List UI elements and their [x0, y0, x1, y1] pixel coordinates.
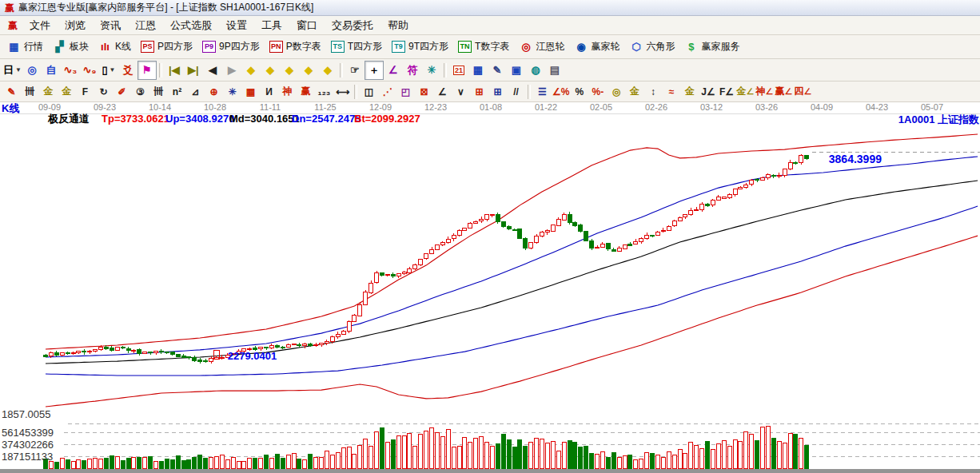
volume-bar[interactable] [540, 439, 544, 468]
volume-bar[interactable] [320, 458, 324, 468]
candle[interactable] [99, 348, 103, 350]
candle[interactable] [435, 245, 439, 249]
volume-bar[interactable] [584, 446, 588, 468]
volume-bar[interactable] [88, 459, 92, 468]
volume-bar[interactable] [761, 427, 765, 468]
price-levels-icon[interactable]: ☰ [533, 83, 552, 101]
candle[interactable] [104, 348, 108, 348]
candle[interactable] [314, 344, 318, 345]
volume-bar[interactable] [683, 454, 687, 468]
candle[interactable] [424, 254, 428, 259]
ruler-123-icon[interactable]: ₁₂₃ [315, 83, 333, 101]
gauge-3-icon[interactable]: ③ [131, 83, 149, 101]
candle[interactable] [480, 219, 484, 221]
volume-bar[interactable] [496, 444, 500, 468]
volume-bar[interactable] [347, 447, 351, 468]
volume-bar[interactable] [214, 456, 218, 468]
candle[interactable] [66, 353, 70, 354]
updown-pen-icon[interactable]: ↕ [643, 83, 662, 101]
circle-cross-icon[interactable]: ⊕ [205, 83, 223, 101]
candle[interactable] [369, 283, 373, 292]
volume-bar[interactable] [82, 461, 86, 468]
volume-bar[interactable] [573, 443, 577, 468]
candle[interactable] [440, 243, 444, 245]
volume-bar[interactable] [634, 460, 638, 468]
candle[interactable] [606, 244, 610, 249]
fan-lines-icon[interactable]: ⋰ [378, 83, 396, 101]
candle[interactable] [490, 214, 494, 215]
volume-bar[interactable] [309, 454, 313, 468]
candle[interactable] [540, 233, 544, 236]
candle[interactable] [683, 215, 687, 217]
gold-angle-icon[interactable]: 金∠ [735, 83, 755, 101]
chart-style-icon[interactable]: ⚑ [137, 61, 157, 80]
volume-bar[interactable] [799, 439, 803, 468]
volume-bar[interactable] [358, 445, 362, 468]
candle[interactable] [584, 231, 588, 240]
candle[interactable] [402, 272, 406, 274]
volume-bar[interactable] [225, 460, 229, 468]
volume-bar[interactable] [590, 454, 594, 468]
candle[interactable] [204, 361, 208, 362]
slant-lines-icon[interactable]: // [507, 83, 525, 101]
volume-bar[interactable] [396, 436, 400, 468]
candle[interactable] [545, 231, 549, 233]
candle[interactable] [457, 230, 461, 235]
candle[interactable] [568, 215, 572, 223]
volume-bar[interactable] [623, 456, 627, 468]
candle[interactable] [799, 156, 803, 163]
export-icon[interactable]: ◍ [526, 61, 545, 80]
candle[interactable] [667, 226, 671, 230]
candle[interactable] [739, 188, 743, 189]
volume-bar[interactable] [265, 455, 269, 468]
candle[interactable] [187, 356, 191, 357]
volume-bar[interactable] [303, 459, 307, 468]
volume-bar[interactable] [695, 446, 699, 468]
ma9-icon[interactable]: ∿₉ [80, 61, 99, 80]
f-angle-icon[interactable]: F∠ [717, 83, 735, 101]
volume-bar[interactable] [529, 442, 533, 468]
candle[interactable] [358, 304, 362, 316]
volume-bar[interactable] [512, 447, 516, 468]
candle[interactable] [385, 275, 389, 276]
candle[interactable] [325, 342, 329, 344]
shen-comb-icon[interactable]: 神 [278, 83, 297, 101]
percent-angle-icon[interactable]: ∠% [552, 83, 570, 101]
width-arrows-icon[interactable]: ⟷ [333, 83, 352, 101]
volume-bar[interactable] [777, 442, 781, 468]
volume-bar[interactable] [181, 460, 185, 468]
candle[interactable] [518, 229, 522, 239]
candle[interactable] [573, 223, 577, 225]
candle[interactable] [452, 235, 456, 238]
candle[interactable] [777, 175, 781, 176]
candle[interactable] [408, 269, 412, 273]
volume-bar[interactable] [402, 435, 406, 468]
volume-bar[interactable] [336, 453, 340, 468]
candle[interactable] [639, 239, 643, 242]
volume-bar[interactable] [596, 454, 600, 468]
candle[interactable] [309, 344, 313, 345]
nine-p-square-button[interactable]: P99P四方形 [197, 38, 265, 56]
percent-icon[interactable]: % [570, 83, 588, 101]
candle[interactable] [617, 248, 621, 252]
volume-bar[interactable] [672, 455, 676, 468]
volume-bar[interactable] [170, 460, 174, 468]
candle[interactable] [783, 169, 787, 176]
mind-map-icon[interactable]: ✳ [422, 61, 441, 80]
menu-item-8[interactable]: 交易委托 [325, 17, 380, 34]
kline-svg[interactable]: 09-0909-2310-1410-2811-1111-2512-0912-23… [0, 102, 980, 473]
volume-bar[interactable] [297, 459, 301, 468]
grid-target-icon[interactable]: ▦ [241, 83, 260, 101]
next-page-button[interactable]: ▶ [222, 61, 241, 80]
candle[interactable] [711, 201, 715, 205]
v-dots-icon[interactable]: ∨ [452, 83, 470, 101]
volume-bar[interactable] [794, 434, 798, 468]
radial-star-icon[interactable]: ✳ [223, 83, 241, 101]
nine-t-square-button[interactable]: T99T四方形 [387, 38, 453, 56]
candle[interactable] [788, 163, 792, 169]
candle[interactable] [551, 225, 555, 231]
volume-bar[interactable] [600, 451, 604, 468]
volume-bar[interactable] [722, 441, 726, 468]
candle[interactable] [507, 227, 511, 229]
volume-bar[interactable] [446, 430, 450, 468]
